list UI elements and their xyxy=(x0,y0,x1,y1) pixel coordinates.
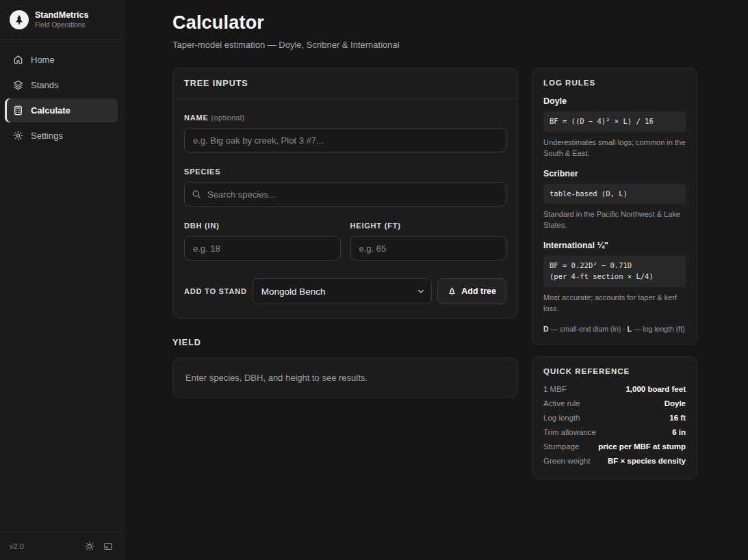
quick-reference-row: Trim allowance 6 in xyxy=(543,425,686,439)
height-field-group: HEIGHT (FT) xyxy=(350,222,507,261)
calculator-icon xyxy=(13,105,23,116)
qr-value: 16 ft xyxy=(669,414,686,422)
dbh-field-group: DBH (IN) xyxy=(184,222,341,261)
rule-name: Scribner xyxy=(543,169,686,178)
brand-tagline: Field Operations xyxy=(35,21,89,29)
log-rule: Scribner table-based (D, L) Standard in … xyxy=(543,169,686,232)
rule-note: Underestimates small logs; common in the… xyxy=(543,137,686,159)
rule-note: Standard in the Pacific Northwest & Lake… xyxy=(543,209,686,231)
qr-label: Log length xyxy=(543,414,580,422)
sidebar-footer: v2.0 xyxy=(0,532,122,560)
sidebar-item-stands[interactable]: Stands xyxy=(5,73,118,97)
add-tree-label: Add tree xyxy=(461,286,496,296)
legend-l-text: — log length (ft) xyxy=(632,325,685,333)
log-rule: Doyle BF = ((D − 4)² × L) / 16 Underesti… xyxy=(543,96,686,159)
yield-section-title: YIELD xyxy=(172,338,518,347)
quick-reference-row: Log length 16 ft xyxy=(543,410,686,425)
sidebar-item-label: Stands xyxy=(31,80,58,90)
quick-reference-row: Stumpage price per MBF at stump xyxy=(543,439,686,453)
dbh-input[interactable] xyxy=(184,236,341,261)
qr-label: Green weight xyxy=(543,457,590,465)
theme-toggle-icon[interactable] xyxy=(85,542,94,551)
quick-reference-row: 1 MBF 1,000 board feet xyxy=(543,382,686,396)
page-title: Calculator xyxy=(172,12,697,34)
log-rule: International ¼" BF = 0.22D² − 0.71D (pe… xyxy=(543,241,686,314)
tree-inputs-title: TREE INPUTS xyxy=(173,68,517,99)
log-rules-title: LOG RULES xyxy=(543,79,686,87)
tree-icon xyxy=(448,287,456,296)
sidebar-item-label: Calculate xyxy=(31,105,70,116)
add-to-stand-label: ADD TO STAND xyxy=(184,287,247,295)
qr-label: 1 MBF xyxy=(543,385,567,393)
species-search-input[interactable] xyxy=(184,182,506,206)
version-label: v2.0 xyxy=(10,542,24,550)
legend-d-text: — small-end diam (in) · xyxy=(549,325,628,333)
qr-value: Doyle xyxy=(665,399,686,408)
qr-label: Stumpage xyxy=(543,442,579,451)
sidebar-nav: Home Stands Calculate Settings xyxy=(0,40,122,532)
quick-reference-panel: QUICK REFERENCE 1 MBF 1,000 board feet A… xyxy=(532,356,697,479)
qr-value: 1,000 board feet xyxy=(626,385,686,393)
sidebar: StandMetrics Field Operations Home Stand… xyxy=(0,0,123,560)
dbh-label: DBH (IN) xyxy=(184,222,341,230)
search-icon xyxy=(192,189,201,199)
sidebar-item-home[interactable]: Home xyxy=(5,48,118,72)
species-label: SPECIES xyxy=(184,168,506,176)
main-content: Calculator Taper-model estimation — Doyl… xyxy=(123,0,748,560)
rule-name: Doyle xyxy=(543,96,686,106)
rule-note: Most accurate; accounts for taper & kerf… xyxy=(543,293,686,315)
yield-empty-message: Enter species, DBH, and height to see re… xyxy=(185,373,367,383)
height-label: HEIGHT (FT) xyxy=(350,222,507,230)
name-field-group: NAME(optional) xyxy=(184,114,506,152)
log-rules-legend: D — small-end diam (in) · L — log length… xyxy=(543,324,686,334)
brand: StandMetrics Field Operations xyxy=(0,0,122,40)
log-rules-panel: LOG RULES Doyle BF = ((D − 4)² × L) / 16… xyxy=(532,68,697,345)
quick-reference-row: Green weight BF × species density xyxy=(543,453,686,468)
qr-value: BF × species density xyxy=(608,457,686,465)
logo-icon xyxy=(10,10,29,29)
sidebar-item-label: Home xyxy=(31,55,55,65)
brand-name: StandMetrics xyxy=(35,10,89,20)
tree-inputs-card: TREE INPUTS NAME(optional) SPECIES xyxy=(172,68,518,319)
name-label: NAME xyxy=(184,114,209,122)
layers-icon xyxy=(13,80,23,90)
qr-label: Active rule xyxy=(543,399,580,408)
page-subtitle: Taper-model estimation — Doyle, Scribner… xyxy=(172,40,697,50)
height-input[interactable] xyxy=(350,236,507,261)
quick-reference-row: Active rule Doyle xyxy=(543,396,686,410)
rule-formula: table-based (D, L) xyxy=(543,184,686,204)
name-input[interactable] xyxy=(184,128,506,152)
qr-value: price per MBF at stump xyxy=(598,442,686,451)
stand-select[interactable]: Mongold Bench xyxy=(253,278,433,304)
home-icon xyxy=(13,55,23,65)
quick-reference-title: QUICK REFERENCE xyxy=(543,367,686,375)
yield-card: Enter species, DBH, and height to see re… xyxy=(172,358,518,398)
sidebar-item-calculate[interactable]: Calculate xyxy=(5,98,118,122)
gear-icon xyxy=(13,131,23,141)
qr-value: 6 in xyxy=(672,428,686,436)
name-optional-label: (optional) xyxy=(211,114,245,122)
species-field-group: SPECIES xyxy=(184,168,506,206)
panel-toggle-icon[interactable] xyxy=(103,542,113,551)
add-tree-button[interactable]: Add tree xyxy=(437,278,506,304)
qr-label: Trim allowance xyxy=(543,428,596,436)
rule-name: International ¼" xyxy=(543,241,686,250)
legend-d: D xyxy=(543,325,549,333)
sidebar-item-settings[interactable]: Settings xyxy=(5,124,118,148)
rule-formula: BF = ((D − 4)² × L) / 16 xyxy=(543,111,686,132)
sidebar-item-label: Settings xyxy=(31,131,63,141)
rule-formula: BF = 0.22D² − 0.71D (per 4-ft section × … xyxy=(543,256,686,287)
